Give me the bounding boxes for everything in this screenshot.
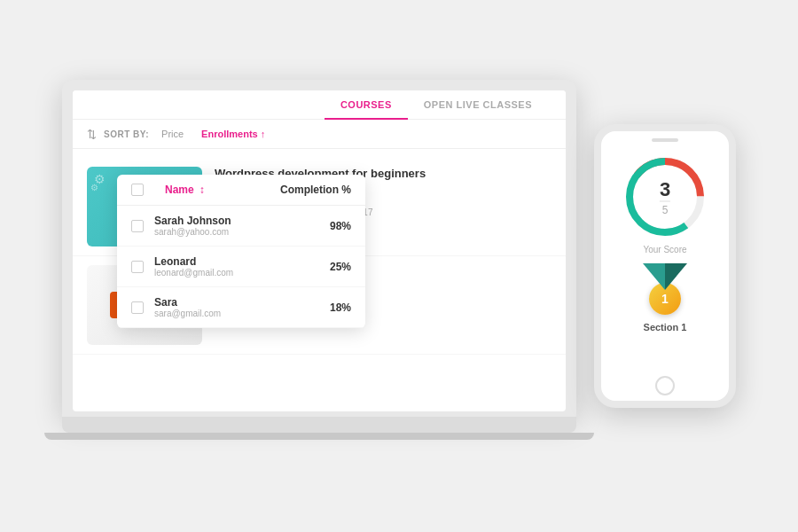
your-score-label: Your Score	[643, 245, 686, 254]
medal-right	[665, 263, 687, 290]
laptop-screen: COURSES OPEN LIVE CLASSES ⇅ SORT BY: Pri…	[73, 90, 566, 411]
medal-left	[643, 263, 665, 290]
sort-enrollments-button[interactable]: Enrollments ↑	[196, 127, 270, 141]
header-checkbox[interactable]	[131, 184, 144, 196]
row-email-3: sara@gmail.com	[154, 309, 319, 318]
row-checkbox-1[interactable]	[131, 220, 144, 232]
medal-ribbon-top	[643, 263, 687, 290]
dropdown-header: Name ↕ Completion %	[117, 175, 365, 206]
name-column-header[interactable]: Name ↕	[165, 184, 205, 196]
row-name-block-2: Leonard leonard@gmail.com	[154, 255, 319, 278]
row-pct-2: 25%	[330, 261, 351, 273]
dropdown-row-1[interactable]: Sarah Johnson sarah@yahoo.com 98%	[117, 206, 365, 246]
dropdown-row-2[interactable]: Leonard leonard@gmail.com 25%	[117, 246, 365, 287]
gear-icon-small: ⚙	[90, 183, 98, 192]
completion-column-header: Completion %	[280, 184, 351, 196]
section-label: Section 1	[644, 322, 687, 332]
phone-home-button[interactable]	[655, 376, 675, 395]
row-pct-3: 18%	[330, 301, 351, 314]
laptop-base	[62, 417, 576, 433]
row-checkbox-2[interactable]	[131, 261, 144, 273]
row-name-2: Leonard	[154, 255, 319, 268]
row-name-1: Sarah Johnson	[154, 215, 319, 227]
laptop-foot	[44, 433, 594, 440]
row-pct-1: 98%	[330, 220, 351, 232]
sort-price-button[interactable]: Price	[156, 127, 189, 141]
row-email-1: sarah@yahoo.com	[154, 227, 319, 237]
phone-mockup: 3 5 Your Score 1 Section 1	[594, 124, 736, 408]
laptop-mockup: COURSES OPEN LIVE CLASSES ⇅ SORT BY: Pri…	[62, 80, 576, 452]
row-checkbox-3[interactable]	[131, 301, 144, 314]
score-numerator: 3	[660, 178, 670, 201]
score-text: 3 5	[660, 178, 670, 216]
tab-bar: COURSES OPEN LIVE CLASSES	[73, 90, 566, 120]
dropdown-row-3[interactable]: Sara sara@gmail.com 18%	[117, 287, 365, 328]
sort-icon: ⇅	[87, 128, 97, 141]
tab-open-live[interactable]: OPEN LIVE CLASSES	[408, 90, 548, 119]
row-email-2: leonard@gmail.com	[154, 268, 319, 278]
phone-speaker	[652, 138, 678, 142]
sort-bar: ⇅ SORT BY: Price Enrollments ↑	[73, 120, 566, 149]
enrollment-dropdown: Name ↕ Completion % Sarah Johnson sarah@…	[117, 175, 365, 328]
row-name-block-1: Sarah Johnson sarah@yahoo.com	[154, 215, 319, 237]
sort-label: SORT BY:	[104, 129, 149, 139]
score-denominator: 5	[660, 201, 670, 216]
row-name-3: Sara	[154, 296, 319, 309]
score-circle-container: 3 5	[621, 153, 709, 241]
tab-courses[interactable]: COURSES	[325, 90, 408, 119]
medal: 1	[643, 263, 687, 315]
row-name-block-3: Sara sara@gmail.com	[154, 296, 319, 318]
